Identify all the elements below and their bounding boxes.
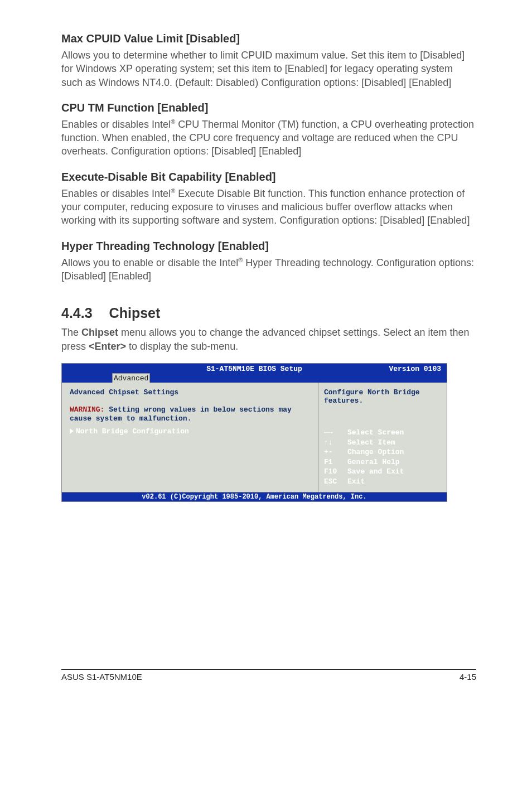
footer-left: ASUS S1-AT5NM10E: [61, 672, 142, 682]
para-execute-disable: Enables or disables Intel® Execute Disab…: [61, 187, 476, 228]
bios-pane-title: Advanced Chipset Settings: [70, 388, 310, 397]
legend-key: F10: [324, 467, 347, 477]
legend-key: F1: [324, 457, 347, 467]
text-bold: Chipset: [81, 327, 118, 338]
legend-key: +-: [324, 447, 347, 457]
legend-row: ←→Select Screen: [324, 428, 441, 438]
section-intro: The Chipset menu allows you to change th…: [61, 326, 476, 353]
bios-menu-item-north-bridge: North Bridge Configuration: [70, 427, 310, 436]
text-fragment: Enables or disables Intel: [61, 188, 171, 199]
bios-footer: v02.61 (C)Copyright 1985-2010, American …: [62, 492, 447, 501]
bios-body: Advanced Chipset Settings WARNING: Setti…: [62, 383, 447, 492]
bios-screenshot: S1-AT5NM10E BIOS Setup Version 0103 Adva…: [61, 363, 447, 503]
text-fragment: to display the sub-menu.: [126, 341, 238, 352]
legend-label: General Help: [347, 458, 400, 466]
arrows-lr-icon: ←→: [324, 428, 347, 438]
legend-row: F1General Help: [324, 457, 441, 467]
bios-version: Version 0103: [389, 365, 441, 373]
bios-help-text: Configure North Bridge features.: [324, 388, 441, 405]
text-bold: <Enter>: [89, 341, 126, 352]
heading-execute-disable: Execute-Disable Bit Capability [Enabled]: [61, 171, 476, 183]
legend-label: Save and Exit: [347, 467, 404, 476]
legend-label: Select Screen: [347, 428, 404, 437]
heading-max-cpuid: Max CPUID Value Limit [Disabled]: [61, 32, 476, 45]
text-fragment: The: [61, 327, 81, 338]
legend-label: Select Item: [347, 438, 395, 447]
section-heading: 4.4.3Chipset: [61, 305, 476, 321]
triangle-right-icon: [70, 428, 74, 434]
heading-cpu-tm: CPU TM Function [Enabled]: [61, 102, 476, 114]
spacer: [70, 436, 310, 481]
page-footer: ASUS S1-AT5NM10E 4-15: [61, 669, 476, 682]
bios-title: S1-AT5NM10E BIOS Setup: [206, 365, 302, 373]
legend-label: Exit: [347, 477, 365, 486]
bios-left-pane: Advanced Chipset Settings WARNING: Setti…: [62, 383, 318, 492]
legend-row: ESCExit: [324, 477, 441, 487]
para-hyper-threading: Allows you to enable or disable the Inte…: [61, 256, 476, 283]
legend-label: Change Option: [347, 448, 404, 456]
bios-warning-prefix: WARNING:: [70, 405, 104, 414]
bios-menu-item-label: North Bridge Configuration: [76, 427, 189, 436]
legend-key: ESC: [324, 477, 347, 487]
bios-key-legend: ←→Select Screen ↑↓Select Item +-Change O…: [324, 428, 441, 486]
para-max-cpuid: Allows you to determine whether to limit…: [61, 49, 476, 89]
bios-right-pane: Configure North Bridge features. ←→Selec…: [318, 383, 447, 492]
bios-warning: WARNING: Setting wrong values in below s…: [70, 405, 310, 424]
bios-tab-advanced: Advanced: [112, 373, 150, 383]
legend-row: +-Change Option: [324, 447, 441, 457]
arrows-ud-icon: ↑↓: [324, 438, 347, 448]
section-title: Chipset: [109, 305, 161, 321]
section-number: 4.4.3: [61, 305, 93, 321]
para-cpu-tm: Enables or disables Intel® CPU Thermal M…: [61, 118, 476, 158]
text-fragment: Enables or disables Intel: [61, 119, 171, 130]
text-fragment: Allows you to enable or disable the Inte…: [61, 257, 238, 268]
footer-page-number: 4-15: [460, 672, 476, 682]
legend-row: ↑↓Select Item: [324, 438, 441, 448]
heading-hyper-threading: Hyper Threading Technology [Enabled]: [61, 240, 476, 253]
bios-header: S1-AT5NM10E BIOS Setup Version 0103 Adva…: [62, 364, 447, 383]
legend-row: F10Save and Exit: [324, 467, 441, 477]
